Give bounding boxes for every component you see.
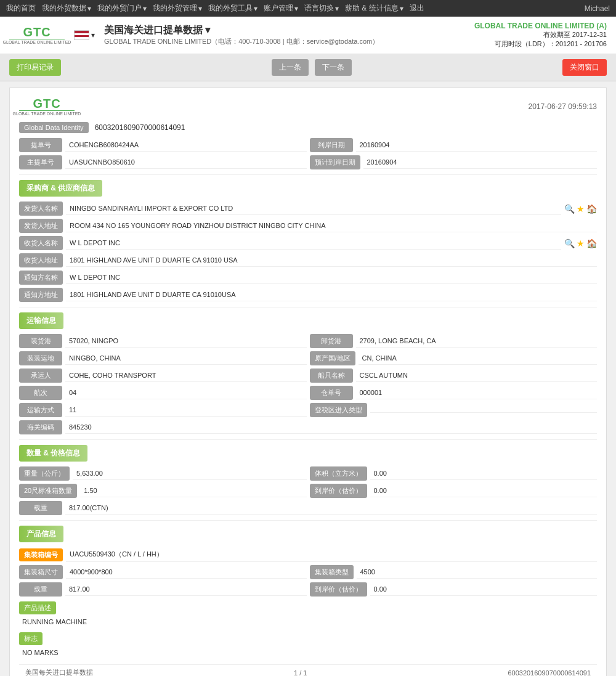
customs-code-value: 845230 xyxy=(65,421,597,434)
master-bill-col: 主提单号 UASUCNNBO850610 xyxy=(19,155,307,169)
print-button[interactable]: 打印易记录 xyxy=(9,59,61,76)
ports-row: 装货港 57020, NINGPO 卸货港 2709, LONG BEACH, … xyxy=(19,334,597,348)
carrier-col: 承运人 COHE, COHO TRANSPORT xyxy=(19,369,307,383)
dataset-label: 美国每关进口提单数据 xyxy=(25,668,93,676)
shipper-addr-row: 发货人地址 ROOM 434 NO 165 YOUNGORY ROAD YINZ… xyxy=(19,219,597,233)
est-arrival-value: 20160904 xyxy=(363,156,598,169)
ftz-label: 登税区进入类型 xyxy=(310,403,367,417)
product-qty-label: 载重 xyxy=(19,582,62,597)
nav-portal[interactable]: 我的外贸门户 ▾ xyxy=(97,3,147,14)
flag-selector[interactable]: ▾ xyxy=(74,30,95,40)
nav-management[interactable]: 我的外贸管理 ▾ xyxy=(153,3,202,14)
master-bill-value: UASUCNNBO850610 xyxy=(65,156,307,169)
us-flag-icon xyxy=(74,30,89,40)
product-section-header: 产品信息 xyxy=(19,526,597,547)
voyage-label: 航次 xyxy=(19,386,62,400)
loading-port-col: 装货港 57020, NINGPO xyxy=(19,334,307,348)
container20-col: 20尺标准箱数量 1.50 xyxy=(19,484,307,498)
origin-country-label: 原产国/地区 xyxy=(310,351,355,365)
shipper-home-icon[interactable]: 🏠 xyxy=(586,204,597,214)
flag-dropdown-icon: ▾ xyxy=(91,31,95,39)
notify-name-row: 通知方名称 W L DEPOT INC xyxy=(19,271,597,285)
bill-arrival-row: 提单号 COHENGB6080424AA 到岸日期 20160904 xyxy=(19,138,597,152)
transport-section-header: 运输信息 xyxy=(19,312,597,334)
header-left: GTC GLOBAL TRADE ONLINE LIMITED ▾ 美国海关进口… xyxy=(9,24,379,46)
consignee-search-icon[interactable]: 🔍 xyxy=(564,238,575,248)
product-section-label: 产品信息 xyxy=(19,526,63,542)
toolbar-top: 打印易记录 上一条 下一条 关闭窗口 xyxy=(0,54,616,81)
arrival-date-col: 到岸日期 20160904 xyxy=(310,138,598,152)
gdi-row: Global Data Identity 60032016090700006​1… xyxy=(19,122,597,133)
record-id: 60032016090700006​14091 xyxy=(508,669,591,677)
page-title-area: 美国海关进口提单数据 ▾ GLOBAL TRADE ONLINE LIMITED… xyxy=(104,24,379,46)
header-bar: GTC GLOBAL TRADE ONLINE LIMITED ▾ 美国海关进口… xyxy=(0,17,616,54)
volume-value: 0.00 xyxy=(370,467,598,480)
nav-data[interactable]: 我的外贸数据 ▾ xyxy=(42,3,91,14)
prev-button[interactable]: 上一条 xyxy=(272,59,309,76)
qty-value: 817.00(CTN) xyxy=(65,502,597,515)
transport-mode-col: 运输方式 11 xyxy=(19,403,307,417)
volume-col: 体积（立方米） 0.00 xyxy=(310,466,598,481)
supplier-section-header: 采购商 & 供应商信息 xyxy=(19,180,597,202)
container-no-row: 集装箱编号 UACU5509430（CN / L / HH） xyxy=(19,547,597,562)
carrier-vessel-row: 承运人 COHE, COHO TRANSPORT 船只名称 CSCL AUTUM… xyxy=(19,369,597,383)
arrival-price-label: 到岸价（估价） xyxy=(310,484,367,498)
consignee-home-icon[interactable]: 🏠 xyxy=(586,238,597,248)
notify-name-value: W L DEPOT INC xyxy=(66,271,597,284)
next-button[interactable]: 下一条 xyxy=(315,59,352,76)
master-bill-label: 主提单号 xyxy=(19,155,62,169)
close-button[interactable]: 关闭窗口 xyxy=(562,59,607,76)
marks-row: 标志 NO MARKS xyxy=(19,630,597,658)
marks-label: 标志 xyxy=(19,632,43,645)
nav-stats[interactable]: 薪助 & 统计信息 ▾ xyxy=(345,3,403,14)
container20-label: 20尺标准箱数量 xyxy=(19,484,77,498)
product-desc-row: 产品描述 RUNNING MACHINE xyxy=(19,600,597,627)
nav-language[interactable]: 语言切换 ▾ xyxy=(304,3,339,14)
warehouse-label: 仓单号 xyxy=(310,386,353,400)
shipper-name-value: NINGBO SANDINRAYLI IMPORT & EXPORT CO LT… xyxy=(66,202,561,215)
container-type-value: 4500 xyxy=(357,566,598,579)
warehouse-value: 000001 xyxy=(356,386,598,399)
weight-volume-row: 重量（公斤） 5,633.00 体积（立方米） 0.00 xyxy=(19,466,597,481)
weight-label: 重量（公斤） xyxy=(19,466,70,481)
container-no-value: UACU5509430（CN / L / HH） xyxy=(66,547,597,562)
est-arrival-col: 预计到岸日期 20160904 xyxy=(310,155,598,169)
loading-place-label: 装装运地 xyxy=(19,351,62,365)
consignee-addr-label: 收货人地址 xyxy=(19,253,63,267)
pagination-info: 美国每关进口提单数据 1 / 1 60032016090700006​14091 xyxy=(19,664,597,676)
bill-no-label: 提单号 xyxy=(19,138,62,152)
container20-price-row: 20尺标准箱数量 1.50 到岸价（估价） 0.00 xyxy=(19,484,597,498)
record-timestamp: 2017-06-27 09:59:13 xyxy=(529,102,597,111)
loading-place-col: 装装运地 NINGBO, CHINA xyxy=(19,351,307,365)
shipper-search-icon[interactable]: 🔍 xyxy=(564,204,575,214)
nav-account[interactable]: 账户管理 ▾ xyxy=(264,3,298,14)
bill-no-col: 提单号 COHENGB6080424AA xyxy=(19,138,307,152)
carrier-label: 承运人 xyxy=(19,369,62,383)
gdi-value: 60032016090700006​14091 xyxy=(95,123,185,132)
ldr-info: 可用时段（LDR）：201201 - 201706 xyxy=(474,39,607,49)
discharge-port-label: 卸货港 xyxy=(310,334,353,348)
record-card: GTC GLOBAL TRADE ONLINE LIMITED 2017-06-… xyxy=(9,88,607,676)
nav-tools[interactable]: 我的外贸工具 ▾ xyxy=(208,3,257,14)
quantity-row: 载重 817.00(CTN) xyxy=(19,501,597,515)
expiry-info: 有效期至 2017-12-31 xyxy=(474,30,607,39)
consignee-name-value: W L DEPOT INC xyxy=(66,237,561,250)
nav-logout[interactable]: 退出 xyxy=(410,3,424,14)
qty-label: 载重 xyxy=(19,501,62,515)
voyage-col: 航次 04 xyxy=(19,386,307,400)
nav-home[interactable]: 我的首页 xyxy=(6,3,36,14)
ftz-value xyxy=(370,407,598,413)
shipper-star-icon[interactable]: ★ xyxy=(577,204,585,214)
logo-gtc-text: GTC xyxy=(23,26,51,38)
loading-port-label: 装货港 xyxy=(19,334,62,348)
master-bill-row: 主提单号 UASUCNNBO850610 预计到岸日期 20160904 xyxy=(19,155,597,169)
main-content: GTC GLOBAL TRADE ONLINE LIMITED 2017-06-… xyxy=(0,81,616,676)
arrival-price-value: 0.00 xyxy=(370,484,598,497)
transport-section-label: 运输信息 xyxy=(19,312,63,329)
consignee-star-icon[interactable]: ★ xyxy=(577,238,585,248)
origin-country-value: CN, CHINA xyxy=(359,352,597,365)
product-qty-col: 载重 817.00 xyxy=(19,582,307,597)
container-no-label: 集装箱编号 xyxy=(19,548,63,561)
title-dropdown-icon: ▾ xyxy=(205,25,210,35)
card-header: GTC GLOBAL TRADE ONLINE LIMITED 2017-06-… xyxy=(19,97,597,116)
